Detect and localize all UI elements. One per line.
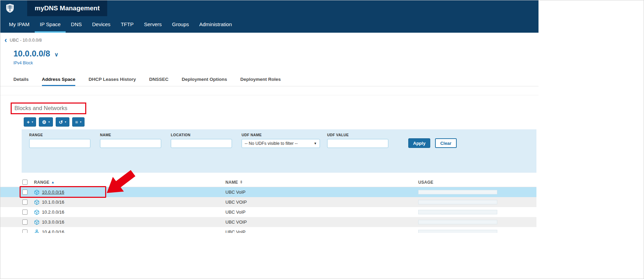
nav-item-groups[interactable]: Groups xyxy=(167,16,194,33)
row-name: UBC VoIP xyxy=(225,210,418,215)
usage-bar xyxy=(418,190,497,194)
table-row[interactable]: 10.3.0.0/16 UBC VOIP xyxy=(0,217,536,227)
tab-address-space[interactable]: Address Space xyxy=(42,76,76,86)
block-icon xyxy=(34,200,40,205)
page-head: 10.0.0.0/8 ∨ IPv4 Block xyxy=(13,49,538,66)
nav-item-servers[interactable]: Servers xyxy=(139,16,167,33)
tab-dnssec[interactable]: DNSSEC xyxy=(149,76,168,86)
view-options-button[interactable]: ≡ ▾ xyxy=(72,117,85,127)
range-filter-input[interactable] xyxy=(29,139,90,148)
range-link[interactable]: 10.1.0.0/16 xyxy=(42,200,64,205)
filter-label-range: RANGE xyxy=(29,133,90,137)
range-link[interactable]: 10.3.0.0/16 xyxy=(42,219,64,225)
nav-item-my-ipam[interactable]: My IPAM xyxy=(4,16,35,33)
usage-bar xyxy=(418,200,497,204)
nav-item-tftp[interactable]: TFTP xyxy=(115,16,139,33)
udf-name-select[interactable]: -- No UDFs visible to filter -- ▼ xyxy=(242,139,320,148)
app-window: myDNS Management My IPAM IP Space DNS De… xyxy=(0,0,538,233)
chevron-down-icon: ▾ xyxy=(48,121,50,124)
table-row[interactable]: 10.0.0.0/16 UBC VoIP xyxy=(0,187,536,197)
block-icon xyxy=(34,210,40,215)
row-name: UBC VoIP xyxy=(225,190,418,195)
table-toolbar: + ▾ ⚙ ▾ ↺ ▾ ≡ ▾ xyxy=(24,117,538,127)
column-header-usage: USAGE xyxy=(418,180,536,185)
usage-bar xyxy=(418,210,497,214)
block-icon xyxy=(34,190,40,195)
row-checkbox[interactable] xyxy=(22,219,27,225)
filter-label-udf-name: UDF NAME xyxy=(242,133,327,137)
table-header-row: RANGE ▲ NAME ⇕ USAGE xyxy=(0,178,536,187)
udf-name-select-value: -- No UDFs visible to filter -- xyxy=(245,141,298,146)
table-row[interactable]: 10.2.0.0/16 UBC VoIP xyxy=(0,207,536,217)
chevron-down-icon: ▾ xyxy=(32,121,33,124)
row-checkbox[interactable] xyxy=(22,190,27,195)
column-header-range[interactable]: RANGE ▲ xyxy=(34,180,225,185)
row-checkbox[interactable] xyxy=(22,200,27,205)
select-all-checkbox[interactable] xyxy=(22,180,27,185)
tab-dhcp-leases-history[interactable]: DHCP Leases History xyxy=(89,76,136,86)
screenshot-canvas: myDNS Management My IPAM IP Space DNS De… xyxy=(0,0,644,279)
udf-value-filter-input[interactable] xyxy=(327,139,388,148)
settings-button[interactable]: ⚙ ▾ xyxy=(39,117,53,127)
chevron-down-icon: ▾ xyxy=(65,121,66,124)
row-checkbox[interactable] xyxy=(22,210,27,215)
nav-item-dns[interactable]: DNS xyxy=(66,16,87,33)
filter-panel: RANGE NAME LOCATION UDF NAME -- No UDFs … xyxy=(22,129,536,173)
app-header: myDNS Management xyxy=(0,0,538,16)
row-name: UBC VOIP xyxy=(225,219,418,225)
breadcrumb: ‹ UBC - 10.0.0.0/8 xyxy=(4,37,538,43)
blocks-table: RANGE ▲ NAME ⇕ USAGE 10.0.0.0/16 UBC xyxy=(0,178,536,233)
history-button[interactable]: ↺ ▾ xyxy=(56,117,69,127)
network-icon xyxy=(34,229,40,233)
select-caret-icon: ▼ xyxy=(314,142,317,145)
sort-both-icon: ⇕ xyxy=(240,180,243,184)
usage-bar xyxy=(418,230,497,233)
range-link[interactable]: 10.4.0.0/16 xyxy=(42,229,64,233)
name-filter-input[interactable] xyxy=(100,139,161,148)
filter-label-location: LOCATION xyxy=(171,133,232,137)
tab-deployment-options[interactable]: Deployment Options xyxy=(182,76,227,86)
tab-deployment-roles[interactable]: Deployment Roles xyxy=(240,76,281,86)
block-icon xyxy=(34,219,40,225)
breadcrumb-label[interactable]: UBC - 10.0.0.0/8 xyxy=(10,38,42,43)
usage-bar xyxy=(418,220,497,224)
list-icon: ≡ xyxy=(75,120,78,125)
nav-item-administration[interactable]: Administration xyxy=(194,16,237,33)
range-link[interactable]: 10.0.0.0/16 xyxy=(42,190,64,195)
nav-item-ip-space[interactable]: IP Space xyxy=(35,16,66,33)
plus-icon: + xyxy=(27,120,30,125)
row-name: UBC VoIP xyxy=(225,229,418,233)
history-icon: ↺ xyxy=(59,120,63,125)
filter-label-name: NAME xyxy=(100,133,161,137)
row-checkbox[interactable] xyxy=(22,229,27,233)
title-caret-icon[interactable]: ∨ xyxy=(54,52,58,57)
main-nav: My IPAM IP Space DNS Devices TFTP Server… xyxy=(0,16,538,33)
page-title[interactable]: 10.0.0.0/8 xyxy=(13,49,50,58)
chevron-down-icon: ▾ xyxy=(80,121,81,124)
table-row[interactable]: 10.1.0.0/16 UBC VOIP xyxy=(0,197,536,207)
section-title: Blocks and Networks xyxy=(14,105,67,111)
nav-item-devices[interactable]: Devices xyxy=(87,16,115,33)
table-row[interactable]: 10.4.0.0/16 UBC VoIP xyxy=(0,227,536,233)
sort-asc-icon: ▲ xyxy=(51,180,55,184)
clear-button[interactable]: Clear xyxy=(435,138,457,148)
divider xyxy=(0,86,538,95)
apply-button[interactable]: Apply xyxy=(408,138,430,148)
app-logo-icon xyxy=(6,3,14,13)
app-title: myDNS Management xyxy=(27,0,107,16)
range-link[interactable]: 10.2.0.0/16 xyxy=(42,210,64,215)
column-header-name[interactable]: NAME ⇕ xyxy=(225,180,418,185)
location-filter-input[interactable] xyxy=(171,139,232,148)
filter-label-udf-value: UDF VALUE xyxy=(327,133,388,137)
tab-bar: Details Address Space DHCP Leases Histor… xyxy=(0,76,538,86)
annotation-box-section: Blocks and Networks xyxy=(11,103,86,114)
add-button[interactable]: + ▾ xyxy=(24,117,36,127)
gear-icon: ⚙ xyxy=(42,120,46,125)
row-name: UBC VOIP xyxy=(225,200,418,205)
tab-details[interactable]: Details xyxy=(13,76,29,86)
page-subtitle: IPv4 Block xyxy=(13,61,538,66)
back-chevron-icon[interactable]: ‹ xyxy=(4,37,7,43)
